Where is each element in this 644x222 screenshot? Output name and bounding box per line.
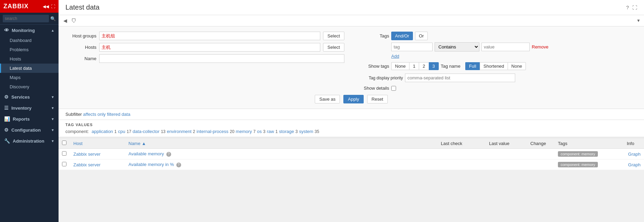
- sidebar-item-maps[interactable]: Maps: [0, 73, 59, 82]
- th-host: Host: [70, 138, 125, 149]
- add-tag-row: Add: [358, 54, 637, 59]
- save-as-btn[interactable]: Save as: [315, 95, 340, 103]
- tag-count-data-collector: 13: [161, 129, 165, 134]
- tag-val-environment[interactable]: environment: [167, 129, 192, 134]
- table-row: Zabbix server Available memory ? compone…: [59, 149, 644, 159]
- filter-expand-btn[interactable]: ▼: [636, 18, 641, 23]
- filter-nav-back[interactable]: ◀: [62, 17, 69, 24]
- tag-val-system[interactable]: system: [299, 129, 313, 134]
- reset-btn[interactable]: Reset: [367, 95, 388, 103]
- tag-name-full-btn[interactable]: Full: [465, 62, 480, 70]
- show-tags-3-btn[interactable]: 3: [429, 62, 439, 70]
- tag-val-application[interactable]: application: [92, 129, 113, 134]
- tag-badge-2: component: memory: [558, 162, 598, 167]
- tag-val-raw[interactable]: raw: [267, 129, 274, 134]
- collapse-icon[interactable]: ◀◀: [43, 4, 49, 9]
- tag-val-storage[interactable]: storage: [279, 129, 294, 134]
- or-btn[interactable]: Or: [415, 32, 427, 40]
- and-or-btn[interactable]: And/Or: [391, 32, 413, 40]
- config-icon: ⚙: [4, 127, 9, 133]
- tag-priority-label: Tag display priority: [358, 76, 403, 80]
- subfilter-bar: Subfilter affects only filtered data: [59, 109, 644, 120]
- tag-name-label: Tag name: [441, 64, 460, 69]
- sidebar-item-hosts[interactable]: Hosts: [0, 54, 59, 64]
- show-tags-label: Show tags: [358, 64, 389, 69]
- show-details-row: Show details: [358, 86, 637, 91]
- chevron-admin: ▼: [51, 139, 54, 143]
- tag-val-memory[interactable]: memory: [236, 129, 252, 134]
- tag-count-raw: 1: [276, 129, 278, 134]
- remove-tag-link[interactable]: Remove: [532, 44, 548, 49]
- sidebar-item-problems[interactable]: Problems: [0, 45, 59, 54]
- tag-val-internal-process[interactable]: internal-process: [197, 129, 229, 134]
- tag-name-shortened-btn[interactable]: Shortened: [480, 62, 508, 70]
- tag-val-cpu[interactable]: cpu: [118, 129, 125, 134]
- help-icon-1[interactable]: ?: [166, 152, 171, 157]
- host-link-1[interactable]: Zabbix server: [73, 152, 101, 157]
- hosts-select-btn[interactable]: Select: [323, 43, 344, 52]
- hosts-label: Hosts: [65, 45, 96, 50]
- row-checkbox-1[interactable]: [62, 151, 66, 156]
- search-input[interactable]: [3, 15, 49, 22]
- show-tags-2-btn[interactable]: 2: [419, 62, 428, 70]
- td-host-1: Zabbix server: [70, 149, 125, 159]
- section-label-monitoring: Monitoring: [12, 28, 35, 33]
- select-all-checkbox[interactable]: [62, 141, 66, 145]
- tag-operator-select[interactable]: Contains Equals Does not contain: [435, 42, 479, 52]
- td-change-1: [527, 149, 554, 159]
- graph-link-2[interactable]: Graph: [628, 162, 641, 167]
- th-host-link[interactable]: Host: [73, 141, 83, 146]
- hosts-input[interactable]: [99, 43, 320, 52]
- section-monitoring: 👁 Monitoring ▲ Dashboard Problems Hosts …: [0, 25, 59, 91]
- tag-val-os[interactable]: os: [257, 129, 262, 134]
- host-link-2[interactable]: Zabbix server: [73, 162, 101, 167]
- th-name: Name ▲: [125, 138, 437, 149]
- tag-name-none-btn[interactable]: None: [508, 62, 526, 70]
- sidebar-item-discovery[interactable]: Discovery: [0, 82, 59, 91]
- sidebar-logo: ZABBIX ◀◀ ⛶: [0, 0, 59, 13]
- th-last-value: Last value: [486, 138, 527, 149]
- services-icon: ⚙: [4, 94, 9, 100]
- tag-badge-1: component: memory: [558, 151, 598, 157]
- help-icon-2[interactable]: ?: [176, 163, 181, 167]
- name-input[interactable]: [99, 54, 344, 63]
- show-details-label: Show details: [358, 86, 389, 91]
- td-name-2: Available memory in % ?: [125, 159, 437, 170]
- tag-input[interactable]: [391, 43, 433, 51]
- row-checkbox-2[interactable]: [62, 162, 66, 166]
- filter-action-buttons: Save as Apply Reset: [65, 95, 637, 103]
- apply-btn[interactable]: Apply: [343, 95, 364, 103]
- host-groups-input[interactable]: [99, 32, 320, 40]
- show-tags-none-btn[interactable]: None: [391, 62, 409, 70]
- th-name-link[interactable]: Name ▲: [128, 141, 146, 146]
- th-last-check: Last check: [437, 138, 486, 149]
- section-configuration: ⚙ Configuration ▼: [0, 124, 59, 135]
- section-header-inventory[interactable]: ☰ Inventory ▼: [0, 102, 59, 113]
- show-tags-1-btn[interactable]: 1: [409, 62, 419, 70]
- fullscreen-icon[interactable]: ⛶: [632, 5, 637, 10]
- section-inventory: ☰ Inventory ▼: [0, 102, 59, 113]
- section-header-configuration[interactable]: ⚙ Configuration ▼: [0, 124, 59, 135]
- section-header-administration[interactable]: 🔧 Administration ▼: [0, 135, 59, 146]
- show-details-checkbox[interactable]: [391, 86, 396, 91]
- add-tag-link[interactable]: Add: [391, 54, 399, 59]
- section-header-reports[interactable]: 📊 Reports ▼: [0, 113, 59, 124]
- graph-link-1[interactable]: Graph: [628, 152, 641, 157]
- host-groups-select-btn[interactable]: Select: [323, 32, 344, 40]
- table-row: Zabbix server Available memory in % ? co…: [59, 159, 644, 170]
- tag-val-data-collector[interactable]: data-collector: [133, 129, 159, 134]
- chevron-inventory: ▼: [51, 106, 54, 110]
- expand-icon[interactable]: ⛶: [51, 4, 55, 9]
- sidebar-item-dashboard[interactable]: Dashboard: [0, 36, 59, 45]
- td-info-2: Graph: [623, 159, 644, 170]
- th-name-text: Name ▲: [128, 141, 146, 146]
- name-link-2[interactable]: Available memory in %: [128, 162, 174, 167]
- name-link-1[interactable]: Available memory: [128, 151, 164, 156]
- section-header-monitoring[interactable]: 👁 Monitoring ▲: [0, 25, 59, 36]
- section-header-services[interactable]: ⚙ Services ▼: [0, 91, 59, 102]
- tag-value-input[interactable]: [481, 43, 530, 51]
- help-icon[interactable]: ?: [626, 5, 629, 10]
- tag-priority-input[interactable]: [405, 74, 515, 82]
- tag-count-cpu: 17: [127, 129, 131, 134]
- sidebar-item-latest-data[interactable]: Latest data: [0, 64, 59, 73]
